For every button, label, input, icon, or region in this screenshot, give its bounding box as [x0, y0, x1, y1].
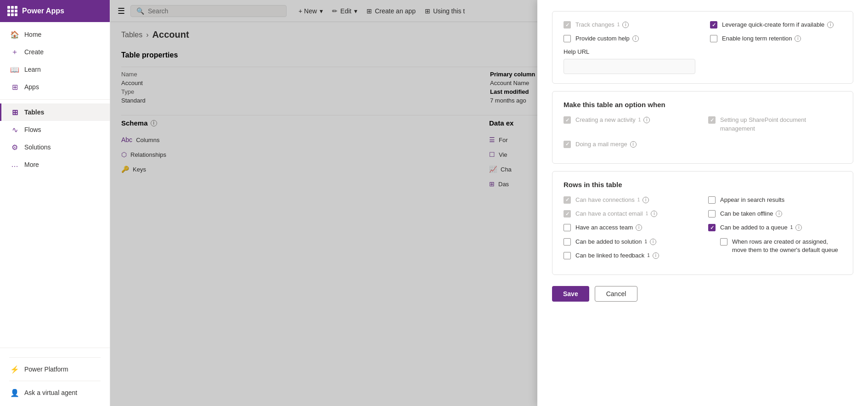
creating-activity-checkbox[interactable] [564, 116, 571, 124]
more-icon: … [11, 160, 19, 169]
mail-merge-info[interactable]: i [630, 141, 637, 148]
add-to-queue-label: Can be added to a queue1 i [720, 223, 802, 232]
leverage-quick-row: Leverage quick-create form if available … [710, 22, 842, 29]
solutions-icon: ⚙ [11, 143, 19, 151]
provide-help-row: Provide custom help i [564, 34, 695, 43]
provide-help-info[interactable]: i [632, 35, 639, 42]
page-area: Tables › Account Table properties Name P… [110, 22, 868, 406]
mail-merge-checkbox[interactable] [564, 141, 571, 148]
track-changes-info[interactable]: i [622, 22, 629, 28]
link-feedback-checkbox[interactable] [564, 252, 571, 259]
sidebar-item-power-platform[interactable]: ⚡ Power Platform [9, 361, 101, 377]
sidebar-label-power-platform: Power Platform [24, 366, 68, 373]
creating-activity-info[interactable]: i [643, 117, 650, 123]
make-option-checks: Creating a new activity1 i Setting up Sh… [564, 116, 842, 154]
home-icon: 🏠 [11, 30, 19, 39]
taken-offline-info[interactable]: i [776, 211, 782, 217]
creating-activity-row: Creating a new activity1 i [564, 116, 697, 132]
track-changes-label: Track changes1 i [575, 22, 629, 29]
sidebar-item-learn[interactable]: 📖 Learn [0, 61, 110, 78]
link-feedback-row: Can be linked to feedback1 i [564, 252, 697, 260]
when-rows-created-checkbox[interactable] [720, 238, 727, 246]
add-to-solution-info[interactable]: i [650, 239, 656, 245]
power-platform-icon: ⚡ [11, 365, 19, 373]
save-button[interactable]: Save [552, 286, 589, 302]
sidebar-item-solutions[interactable]: ⚙ Solutions [0, 138, 110, 156]
cancel-button[interactable]: Cancel [595, 286, 638, 302]
link-feedback-label: Can be linked to feedback1 i [575, 252, 659, 260]
top-options-section: Track changes1 i Provide custom help i [552, 22, 853, 84]
waffle-icon[interactable] [7, 6, 17, 16]
leverage-quick-checkbox[interactable] [710, 22, 717, 29]
provide-help-checkbox[interactable] [564, 35, 571, 42]
access-team-row: Have an access team i [564, 223, 697, 232]
enable-long-term-row: Enable long term retention i [710, 34, 842, 43]
learn-icon: 📖 [11, 65, 19, 74]
add-to-solution-row: Can be added to solution1 i [564, 238, 697, 246]
make-option-section: Make this table an option when Creating … [552, 91, 853, 164]
provide-help-label: Provide custom help i [575, 34, 639, 43]
connections-info[interactable]: i [643, 197, 649, 203]
help-url-label: Help URL [564, 48, 695, 55]
help-url-input[interactable] [564, 59, 695, 74]
access-team-info[interactable]: i [636, 224, 642, 231]
sidebar: Power Apps 🏠 Home ＋ Create 📖 Learn ⊞ App… [0, 0, 110, 406]
rows-section: Rows in this table Can have connections1… [552, 171, 853, 275]
taken-offline-row: Can be taken offline i [708, 210, 842, 218]
connections-row: Can have connections1 i [564, 196, 697, 204]
sidebar-label-flows: Flows [24, 126, 41, 133]
taken-offline-label: Can be taken offline i [720, 210, 782, 218]
sidebar-label-solutions: Solutions [24, 143, 51, 151]
sharepoint-row: Setting up SharePoint document managemen… [708, 116, 842, 132]
sidebar-item-ask-agent[interactable]: 👤 Ask a virtual agent [9, 385, 101, 400]
sidebar-item-home[interactable]: 🏠 Home [0, 26, 110, 43]
agent-icon: 👤 [11, 389, 19, 397]
sharepoint-checkbox[interactable] [708, 116, 716, 124]
access-team-label: Have an access team i [575, 223, 642, 232]
create-icon: ＋ [11, 48, 19, 56]
connections-checkbox[interactable] [564, 196, 571, 204]
apps-icon: ⊞ [11, 83, 19, 91]
sidebar-item-more[interactable]: … More [0, 156, 110, 173]
contact-email-label: Can have a contact email1 i [575, 210, 657, 218]
sidebar-item-apps[interactable]: ⊞ Apps [0, 78, 110, 96]
add-to-queue-row: Can be added to a queue1 i [708, 223, 842, 232]
side-panel: Track changes1 i Provide custom help i [537, 22, 868, 406]
add-to-solution-checkbox[interactable] [564, 238, 571, 246]
sidebar-label-home: Home [24, 31, 41, 38]
creating-activity-label: Creating a new activity1 i [575, 116, 650, 124]
sidebar-item-flows[interactable]: ∿ Flows [0, 121, 110, 138]
leverage-quick-info[interactable]: i [827, 22, 834, 28]
sidebar-item-create[interactable]: ＋ Create [0, 43, 110, 61]
sidebar-label-ask-agent: Ask a virtual agent [24, 389, 77, 396]
sidebar-label-create: Create [24, 48, 44, 56]
contact-email-info[interactable]: i [651, 211, 657, 217]
leverage-quick-label: Leverage quick-create form if available … [722, 22, 834, 29]
main-content: ☰ 🔍 + New ▾ ✏ Edit ▾ ⊞ Create an app ⊞ U… [110, 0, 868, 406]
when-rows-created-row: When rows are created or assigned, move … [720, 238, 842, 254]
track-changes-checkbox[interactable] [564, 22, 571, 29]
enable-long-term-checkbox[interactable] [710, 35, 717, 42]
access-team-checkbox[interactable] [564, 224, 571, 231]
enable-long-term-info[interactable]: i [795, 35, 801, 42]
sidebar-bottom: ⚡ Power Platform 👤 Ask a virtual agent [0, 348, 110, 406]
add-to-solution-label: Can be added to solution1 i [575, 238, 656, 246]
when-rows-created-label: When rows are created or assigned, move … [732, 238, 842, 254]
sidebar-label-learn: Learn [24, 66, 41, 73]
app-title: Power Apps [22, 7, 64, 15]
search-results-label: Appear in search results [720, 196, 784, 204]
sidebar-label-tables: Tables [24, 109, 44, 116]
sidebar-item-tables[interactable]: ⊞ Tables [0, 103, 110, 121]
panel-footer: Save Cancel [552, 282, 853, 302]
search-results-checkbox[interactable] [708, 196, 716, 204]
flows-icon: ∿ [11, 126, 19, 134]
enable-long-term-label: Enable long term retention i [722, 34, 801, 43]
link-feedback-info[interactable]: i [653, 252, 659, 259]
add-to-queue-checkbox[interactable] [708, 224, 716, 231]
taken-offline-checkbox[interactable] [708, 210, 716, 217]
mail-merge-label: Doing a mail merge i [575, 140, 637, 149]
mail-merge-row: Doing a mail merge i [564, 140, 697, 149]
add-to-queue-info[interactable]: i [795, 224, 802, 231]
contact-email-checkbox[interactable] [564, 210, 571, 217]
make-option-heading: Make this table an option when [564, 101, 842, 109]
